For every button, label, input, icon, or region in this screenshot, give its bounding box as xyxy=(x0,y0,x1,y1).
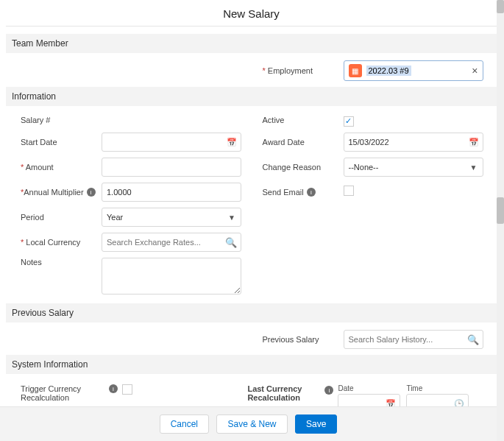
local-currency-input[interactable] xyxy=(102,233,241,252)
label-recalc-date: Date xyxy=(338,384,400,392)
label-trigger-recalc: Trigger Currency Recalculation xyxy=(21,384,102,402)
label-previous-salary: Previous Salary xyxy=(263,335,344,344)
chevron-down-icon: ▼ xyxy=(228,214,235,222)
chevron-down-icon: ▼ xyxy=(470,163,478,172)
info-icon[interactable]: i xyxy=(87,188,96,197)
search-icon[interactable]: 🔍 xyxy=(467,334,479,345)
search-icon[interactable]: 🔍 xyxy=(225,237,237,248)
section-system-information: System Information xyxy=(6,355,497,374)
notes-textarea[interactable] xyxy=(102,258,241,294)
label-start-date: Start Date xyxy=(21,138,102,147)
label-notes: Notes xyxy=(21,258,102,267)
local-currency-lookup[interactable]: 🔍 xyxy=(102,233,241,252)
save-button[interactable]: Save xyxy=(295,414,337,434)
calendar-icon[interactable]: 📅 xyxy=(227,138,237,147)
label-last-recalc: Last Currency Recalculation xyxy=(247,384,317,402)
start-date-input[interactable] xyxy=(102,133,241,152)
page-title: New Salary xyxy=(6,0,497,26)
section-information: Information xyxy=(6,87,497,106)
employment-record-icon: ▦ xyxy=(349,64,362,77)
vertical-scrollbar[interactable] xyxy=(497,0,504,441)
active-checkbox[interactable] xyxy=(344,116,354,127)
label-period: Period xyxy=(21,213,102,222)
label-recalc-time: Time xyxy=(406,384,469,392)
previous-salary-input[interactable] xyxy=(344,330,483,349)
divider xyxy=(6,26,497,27)
clear-icon[interactable]: × xyxy=(472,65,478,77)
period-value: Year xyxy=(102,208,241,227)
scrollbar-thumb[interactable] xyxy=(497,0,504,13)
label-amount: Amount xyxy=(21,163,102,172)
info-icon[interactable]: i xyxy=(109,384,118,393)
send-email-checkbox[interactable] xyxy=(344,186,354,196)
employment-value: 2022.03 #9 xyxy=(366,66,411,76)
label-annual-multiplier: Annual Multiplier i xyxy=(21,188,102,197)
award-date-input[interactable] xyxy=(344,133,483,152)
label-annual-multiplier-text: Annual Multiplier xyxy=(24,188,83,197)
period-select[interactable]: Year ▼ xyxy=(102,208,241,227)
change-reason-value: --None-- xyxy=(344,158,483,177)
label-employment: Employment xyxy=(263,66,344,75)
scrollbar-thumb[interactable] xyxy=(497,197,504,224)
label-local-currency: Local Currency xyxy=(21,238,102,247)
annual-multiplier-input[interactable] xyxy=(102,183,241,202)
trigger-recalc-checkbox[interactable] xyxy=(122,384,132,395)
start-date-field[interactable]: 📅 xyxy=(102,133,241,152)
label-send-email: Send Email i xyxy=(263,188,344,197)
award-date-field[interactable]: 📅 xyxy=(344,133,483,152)
cancel-button[interactable]: Cancel xyxy=(160,414,209,434)
button-bar: Cancel Save & New Save xyxy=(0,406,497,441)
calendar-icon[interactable]: 📅 xyxy=(469,138,479,147)
save-and-new-button[interactable]: Save & New xyxy=(216,414,287,434)
amount-input[interactable] xyxy=(102,158,241,177)
info-icon[interactable]: i xyxy=(307,188,316,197)
change-reason-select[interactable]: --None-- ▼ xyxy=(344,158,483,177)
section-previous-salary: Previous Salary xyxy=(6,303,497,322)
label-active: Active xyxy=(263,116,344,124)
label-send-email-text: Send Email xyxy=(263,188,304,197)
label-award-date: Award Date xyxy=(263,138,344,147)
info-icon[interactable]: i xyxy=(324,386,333,395)
employment-lookup[interactable]: ▦ 2022.03 #9 × xyxy=(344,60,483,81)
label-change-reason: Change Reason xyxy=(263,163,344,172)
section-team-member: Team Member xyxy=(6,34,497,53)
previous-salary-lookup[interactable]: 🔍 xyxy=(344,330,483,349)
label-salary-num: Salary # xyxy=(21,116,102,124)
